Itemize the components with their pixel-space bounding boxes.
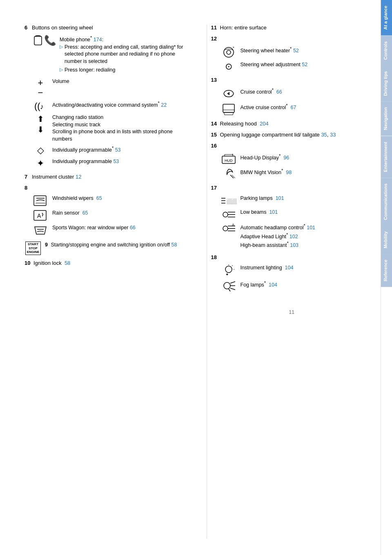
prog1-icon: ◇ bbox=[32, 145, 49, 156]
number-9: 9 bbox=[45, 242, 48, 248]
sub-low-beams: Low beams 101 bbox=[211, 209, 373, 220]
section-13: 13 Cruise control* 66 bbox=[211, 77, 373, 116]
fog-page-link[interactable]: 104 bbox=[269, 282, 277, 288]
number-13: 13 bbox=[211, 77, 220, 83]
svg-rect-10 bbox=[223, 104, 234, 112]
low-beams-icon bbox=[220, 209, 237, 220]
rain-page-link[interactable]: 65 bbox=[82, 210, 88, 216]
sidebar-tab-reference[interactable]: Reference bbox=[381, 254, 392, 287]
sw-adjust-page-link[interactable]: 52 bbox=[302, 62, 307, 67]
page-container: 6 Buttons on steering wheel 📞 Mobi bbox=[0, 0, 392, 555]
active-cruise-page-link[interactable]: 67 bbox=[291, 105, 296, 110]
bullet-2: ▷ Press longer: redialing bbox=[60, 67, 186, 74]
instrument-lighting-text: Instrument lighting 104 bbox=[241, 264, 373, 272]
voice-page-link[interactable]: 22 bbox=[161, 102, 167, 108]
night-page-link[interactable]: 98 bbox=[286, 170, 292, 175]
auto-headlamp-icon: A bbox=[220, 223, 237, 234]
hud-text: Head-Up Display* 96 bbox=[241, 153, 373, 162]
svg-line-34 bbox=[230, 282, 235, 283]
voice-text: Activating/deactivating voice command sy… bbox=[52, 100, 186, 109]
mobile-phone-page-link[interactable]: 174 bbox=[94, 37, 102, 43]
number-17: 17 bbox=[211, 185, 220, 191]
night-vision-text: BMW Night Vision* 98 bbox=[241, 168, 373, 177]
sidebar-tab-communications[interactable]: Communications bbox=[381, 178, 392, 226]
rain-text: Rain sensor 65 bbox=[52, 210, 186, 217]
sub-mobile-phone: 📞 Mobile phone* 174: ▷ Press: accepting … bbox=[24, 35, 186, 76]
section-6: 6 Buttons on steering wheel 📞 Mobi bbox=[24, 25, 186, 169]
item7-page-link[interactable]: 12 bbox=[76, 174, 81, 180]
volume-icon: + − bbox=[32, 78, 49, 98]
heater-page-link[interactable]: 52 bbox=[293, 48, 299, 54]
item9-page-link[interactable]: 58 bbox=[172, 242, 177, 248]
prog1-page-link[interactable]: 53 bbox=[115, 147, 121, 153]
title-7: Instrument cluster 12 bbox=[32, 174, 81, 180]
mobile-phone-text: Mobile phone* 174: ▷ Press: accepting an… bbox=[60, 35, 186, 76]
prog2-text: Individually programmable 53 bbox=[52, 158, 186, 166]
sub-heater: * Steering wheel heater* 52 bbox=[211, 46, 373, 59]
parking-page-link[interactable]: 101 bbox=[276, 195, 284, 201]
number-12: 12 bbox=[211, 36, 220, 42]
svg-text:A: A bbox=[232, 223, 234, 227]
svg-text:♪: ♪ bbox=[40, 103, 44, 111]
sports-page-link[interactable]: 66 bbox=[130, 225, 136, 231]
section-10: 10 Ignition lock 58 bbox=[24, 260, 186, 266]
svg-text:✦: ✦ bbox=[225, 272, 229, 277]
svg-text:*: * bbox=[232, 153, 234, 157]
instrument-page-link[interactable]: 104 bbox=[285, 265, 294, 271]
right-column: 11 Horn: entire surface 12 * bbox=[207, 25, 373, 539]
hud-page-link[interactable]: 96 bbox=[283, 155, 289, 161]
mobile-phone-icon: 📞 bbox=[32, 35, 56, 46]
voice-icon: (( ♪ bbox=[32, 100, 49, 112]
sidebar-tab-at-a-glance[interactable]: At a glance bbox=[381, 0, 392, 36]
adaptive-page-link[interactable]: 102 bbox=[290, 234, 298, 239]
low-page-link[interactable]: 101 bbox=[269, 209, 278, 215]
section-17: 17 ⬜ ⬜ Parking lamps 101 bbox=[211, 185, 373, 249]
number-18: 18 bbox=[211, 254, 220, 260]
svg-point-33 bbox=[224, 282, 230, 289]
sports-wiper-text: Sports Wagon: rear window wiper 66 bbox=[52, 224, 186, 232]
night-vision-icon bbox=[220, 168, 237, 180]
number-11: 11 bbox=[211, 25, 220, 31]
fog-lamps-icon bbox=[220, 280, 237, 293]
item15-page2-link[interactable]: 33 bbox=[330, 132, 336, 138]
cruise-page-link[interactable]: 66 bbox=[276, 89, 282, 95]
prog2-page-link[interactable]: 53 bbox=[113, 159, 119, 164]
highbeam-page-link[interactable]: 103 bbox=[290, 242, 298, 248]
active-cruise-text: Active cruise control* 67 bbox=[241, 103, 373, 112]
number-16: 16 bbox=[211, 143, 220, 149]
sidebar-tab-driving-tips[interactable]: Driving tips bbox=[381, 65, 392, 102]
sidebar-tab-mobility[interactable]: Mobility bbox=[381, 226, 392, 254]
radio-icon: ⬆ ⬇ bbox=[32, 114, 49, 134]
svg-text:A: A bbox=[37, 213, 41, 219]
sidebar-tab-navigation[interactable]: Navigation bbox=[381, 101, 392, 136]
title-10: Ignition lock 58 bbox=[33, 260, 70, 266]
section-11: 11 Horn: entire surface bbox=[211, 25, 373, 31]
bullet-icon-1: ▷ bbox=[60, 44, 63, 50]
item10-page-link[interactable]: 58 bbox=[65, 260, 70, 266]
section-12: 12 * Steering wheel heater* 52 bbox=[211, 36, 373, 72]
item14-page-link[interactable]: 204 bbox=[260, 121, 269, 127]
sub-wipers: Windshield wipers 65 bbox=[24, 195, 186, 207]
svg-line-30 bbox=[232, 265, 233, 266]
section-16: 16 HUD * Head-Up Display* 96 bbox=[211, 143, 373, 180]
sw-adjust-text: Steering wheel adjustment 52 bbox=[241, 61, 373, 69]
auto-page-link[interactable]: 101 bbox=[307, 225, 315, 231]
section-18: 18 ✦ Instrument lighting 10 bbox=[211, 254, 373, 293]
left-column: 6 Buttons on steering wheel 📞 Mobi bbox=[24, 25, 194, 539]
sidebar-tab-entertainment[interactable]: Entertainment bbox=[381, 136, 392, 178]
number-8: 8 bbox=[24, 185, 32, 191]
sub-sports-wiper: Sports Wagon: rear window wiper 66 bbox=[24, 224, 186, 237]
section-14: 14 Releasing hood 204 bbox=[211, 121, 373, 127]
wipers-text: Windshield wipers 65 bbox=[52, 195, 186, 202]
sub-rain: A Rain sensor 65 bbox=[24, 210, 186, 222]
start-stop-icon: START STOP ENGINE bbox=[24, 242, 42, 255]
parking-lamps-icon: ⬜ ⬜ bbox=[220, 195, 237, 206]
item15-page1-link[interactable]: 35 bbox=[321, 132, 327, 138]
cruise-icon bbox=[220, 87, 237, 100]
wipers-page-link[interactable]: 65 bbox=[96, 195, 102, 201]
svg-text:*: * bbox=[233, 46, 234, 50]
low-beams-text: Low beams 101 bbox=[241, 209, 373, 216]
sidebar-tab-controls[interactable]: Controls bbox=[381, 36, 392, 65]
svg-text:⬜: ⬜ bbox=[231, 198, 237, 205]
prog1-text: Individually programmable* 53 bbox=[52, 145, 186, 154]
